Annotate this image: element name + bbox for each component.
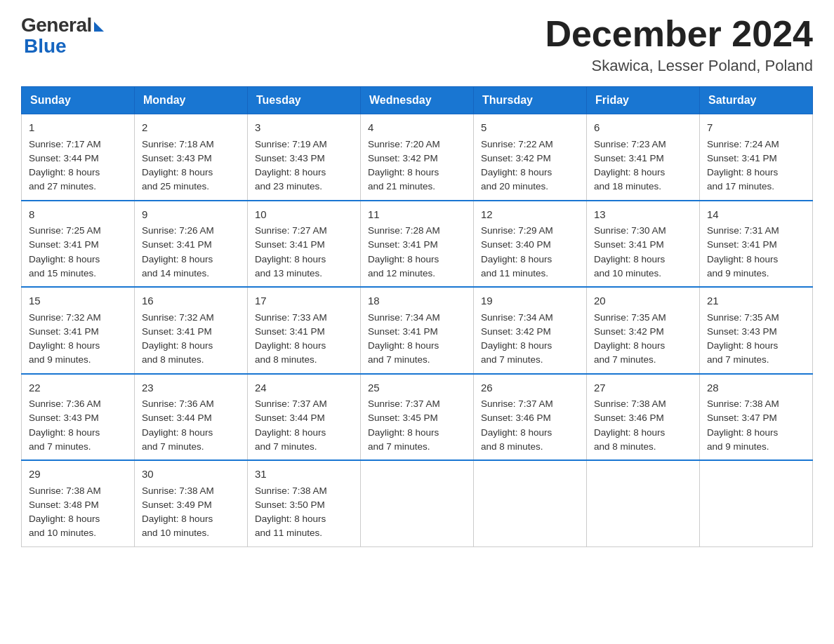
calendar-header-row: SundayMondayTuesdayWednesdayThursdayFrid… (22, 87, 813, 114)
calendar-cell: 8Sunrise: 7:25 AMSunset: 3:41 PMDaylight… (22, 201, 135, 288)
calendar-title: December 2024 (545, 14, 813, 54)
day-number: 31 (255, 467, 353, 483)
calendar-cell (700, 460, 813, 546)
calendar-cell: 14Sunrise: 7:31 AMSunset: 3:41 PMDayligh… (700, 201, 813, 288)
day-number: 1 (29, 120, 127, 136)
calendar-cell: 24Sunrise: 7:37 AMSunset: 3:44 PMDayligh… (248, 374, 361, 461)
calendar-cell: 31Sunrise: 7:38 AMSunset: 3:50 PMDayligh… (248, 460, 361, 546)
calendar-cell: 17Sunrise: 7:33 AMSunset: 3:41 PMDayligh… (248, 287, 361, 374)
calendar-cell: 6Sunrise: 7:23 AMSunset: 3:41 PMDaylight… (587, 114, 700, 201)
day-number: 18 (368, 293, 466, 309)
header-wednesday: Wednesday (361, 87, 474, 114)
calendar-cell: 15Sunrise: 7:32 AMSunset: 3:41 PMDayligh… (22, 287, 135, 374)
week-row-1: 1Sunrise: 7:17 AMSunset: 3:44 PMDaylight… (22, 114, 813, 201)
day-number: 4 (368, 120, 466, 136)
calendar-cell: 28Sunrise: 7:38 AMSunset: 3:47 PMDayligh… (700, 374, 813, 461)
day-number: 22 (29, 380, 127, 396)
calendar-table: SundayMondayTuesdayWednesdayThursdayFrid… (21, 86, 813, 547)
day-number: 17 (255, 293, 353, 309)
calendar-cell: 26Sunrise: 7:37 AMSunset: 3:46 PMDayligh… (474, 374, 587, 461)
day-number: 23 (142, 380, 240, 396)
calendar-cell: 16Sunrise: 7:32 AMSunset: 3:41 PMDayligh… (135, 287, 248, 374)
calendar-cell: 30Sunrise: 7:38 AMSunset: 3:49 PMDayligh… (135, 460, 248, 546)
day-number: 20 (594, 293, 692, 309)
day-number: 16 (142, 293, 240, 309)
day-number: 30 (142, 467, 240, 483)
logo: General Blue (21, 14, 104, 58)
calendar-cell (587, 460, 700, 546)
header-friday: Friday (587, 87, 700, 114)
calendar-cell: 12Sunrise: 7:29 AMSunset: 3:40 PMDayligh… (474, 201, 587, 288)
calendar-cell: 5Sunrise: 7:22 AMSunset: 3:42 PMDaylight… (474, 114, 587, 201)
calendar-cell: 21Sunrise: 7:35 AMSunset: 3:43 PMDayligh… (700, 287, 813, 374)
header-thursday: Thursday (474, 87, 587, 114)
day-number: 13 (594, 207, 692, 223)
page-header: General Blue December 2024 Skawica, Less… (21, 14, 813, 75)
calendar-cell: 23Sunrise: 7:36 AMSunset: 3:44 PMDayligh… (135, 374, 248, 461)
calendar-cell: 7Sunrise: 7:24 AMSunset: 3:41 PMDaylight… (700, 114, 813, 201)
day-number: 2 (142, 120, 240, 136)
calendar-cell: 11Sunrise: 7:28 AMSunset: 3:41 PMDayligh… (361, 201, 474, 288)
day-number: 27 (594, 380, 692, 396)
calendar-cell: 22Sunrise: 7:36 AMSunset: 3:43 PMDayligh… (22, 374, 135, 461)
day-number: 21 (707, 293, 805, 309)
day-number: 5 (481, 120, 579, 136)
day-number: 25 (368, 380, 466, 396)
week-row-2: 8Sunrise: 7:25 AMSunset: 3:41 PMDaylight… (22, 201, 813, 288)
calendar-subtitle: Skawica, Lesser Poland, Poland (545, 57, 813, 75)
day-number: 9 (142, 207, 240, 223)
day-number: 28 (707, 380, 805, 396)
calendar-cell: 29Sunrise: 7:38 AMSunset: 3:48 PMDayligh… (22, 460, 135, 546)
day-number: 12 (481, 207, 579, 223)
calendar-cell: 4Sunrise: 7:20 AMSunset: 3:42 PMDaylight… (361, 114, 474, 201)
header-tuesday: Tuesday (248, 87, 361, 114)
day-number: 3 (255, 120, 353, 136)
calendar-cell: 13Sunrise: 7:30 AMSunset: 3:41 PMDayligh… (587, 201, 700, 288)
calendar-cell: 27Sunrise: 7:38 AMSunset: 3:46 PMDayligh… (587, 374, 700, 461)
calendar-cell: 3Sunrise: 7:19 AMSunset: 3:43 PMDaylight… (248, 114, 361, 201)
day-number: 10 (255, 207, 353, 223)
week-row-3: 15Sunrise: 7:32 AMSunset: 3:41 PMDayligh… (22, 287, 813, 374)
title-area: December 2024 Skawica, Lesser Poland, Po… (545, 14, 813, 75)
day-number: 6 (594, 120, 692, 136)
week-row-5: 29Sunrise: 7:38 AMSunset: 3:48 PMDayligh… (22, 460, 813, 546)
calendar-cell: 2Sunrise: 7:18 AMSunset: 3:43 PMDaylight… (135, 114, 248, 201)
calendar-cell: 25Sunrise: 7:37 AMSunset: 3:45 PMDayligh… (361, 374, 474, 461)
day-number: 29 (29, 467, 127, 483)
day-number: 15 (29, 293, 127, 309)
calendar-cell: 1Sunrise: 7:17 AMSunset: 3:44 PMDaylight… (22, 114, 135, 201)
day-number: 14 (707, 207, 805, 223)
calendar-cell: 19Sunrise: 7:34 AMSunset: 3:42 PMDayligh… (474, 287, 587, 374)
header-sunday: Sunday (22, 87, 135, 114)
calendar-cell: 10Sunrise: 7:27 AMSunset: 3:41 PMDayligh… (248, 201, 361, 288)
logo-arrow-icon (94, 22, 104, 32)
calendar-cell: 20Sunrise: 7:35 AMSunset: 3:42 PMDayligh… (587, 287, 700, 374)
week-row-4: 22Sunrise: 7:36 AMSunset: 3:43 PMDayligh… (22, 374, 813, 461)
day-number: 19 (481, 293, 579, 309)
calendar-cell: 18Sunrise: 7:34 AMSunset: 3:41 PMDayligh… (361, 287, 474, 374)
calendar-cell: 9Sunrise: 7:26 AMSunset: 3:41 PMDaylight… (135, 201, 248, 288)
header-saturday: Saturday (700, 87, 813, 114)
logo-general-text: General (21, 14, 92, 36)
day-number: 11 (368, 207, 466, 223)
calendar-cell (474, 460, 587, 546)
calendar-cell (361, 460, 474, 546)
day-number: 26 (481, 380, 579, 396)
day-number: 24 (255, 380, 353, 396)
logo-blue-text: Blue (24, 35, 67, 58)
header-monday: Monday (135, 87, 248, 114)
day-number: 8 (29, 207, 127, 223)
day-number: 7 (707, 120, 805, 136)
